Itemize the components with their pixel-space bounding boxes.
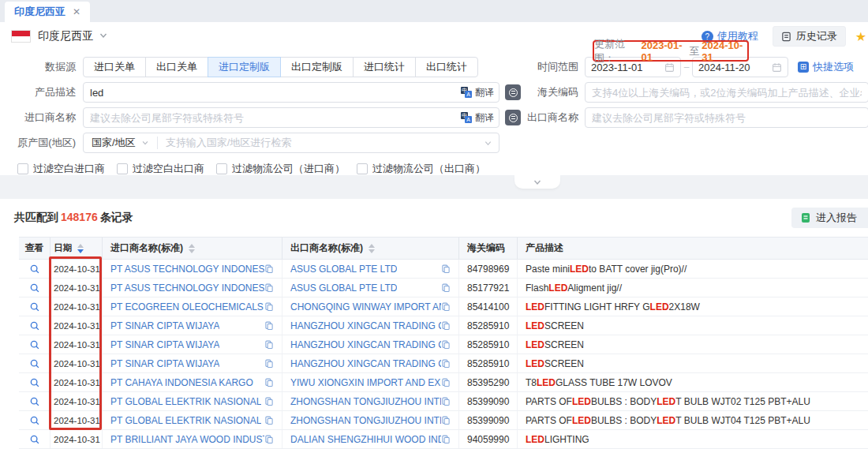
result-suffix: 条记录 xyxy=(100,211,133,223)
importer-cell: PT SINAR CIPTA WIJAYA xyxy=(103,354,282,372)
view-record-icon[interactable] xyxy=(29,301,40,312)
favorite-star-icon[interactable]: ★ xyxy=(855,29,866,44)
importer-input[interactable] xyxy=(83,107,499,128)
quick-options-link[interactable]: ⊞ 快捷选项 xyxy=(798,60,854,74)
translate-button[interactable]: 中A 翻译 xyxy=(461,82,494,103)
origin-select[interactable]: 国家/地区 xyxy=(84,136,157,150)
chevron-down-icon[interactable] xyxy=(99,29,108,43)
copy-icon[interactable] xyxy=(441,302,451,312)
column-header[interactable]: 日期 xyxy=(51,238,103,259)
view-record-icon[interactable] xyxy=(29,282,40,294)
view-record-icon[interactable] xyxy=(29,396,40,407)
importer-cell: PT BRILLIANT JAYA WOOD INDUSTRY xyxy=(103,430,282,448)
view-record-icon[interactable] xyxy=(29,415,40,426)
exporter-link[interactable]: ZHONGSHAN TONGJIUZHOU INTERNA... xyxy=(290,396,441,407)
close-icon[interactable]: ✕ xyxy=(73,6,80,17)
filter-checkbox[interactable]: 过滤物流公司（进口商） xyxy=(216,162,345,176)
importer-link[interactable]: PT SINAR CIPTA WIJAYA xyxy=(110,339,219,350)
copy-icon[interactable] xyxy=(441,397,451,406)
table-row: 2024-10-31PT CAHAYA INDONESIA KARGOYIWU … xyxy=(19,373,868,392)
copy-icon[interactable] xyxy=(264,416,274,425)
history-button[interactable]: 历史记录 xyxy=(773,26,846,47)
filter-checkbox[interactable]: 过滤空白进口商 xyxy=(17,162,105,176)
description-cell: LED SCREEN xyxy=(518,316,868,335)
copy-icon[interactable] xyxy=(264,340,274,350)
copy-icon[interactable] xyxy=(441,283,451,293)
copy-icon[interactable] xyxy=(441,340,451,350)
copy-icon[interactable] xyxy=(264,378,274,387)
copy-icon[interactable] xyxy=(441,264,451,274)
copy-icon[interactable] xyxy=(441,435,451,444)
column-header[interactable]: 出口商名称(标准) xyxy=(282,238,459,259)
importer-link[interactable]: PT BRILLIANT JAYA WOOD INDUSTRY xyxy=(110,434,264,445)
importer-link[interactable]: PT ECOGREEN OLEOCHEMICALS xyxy=(110,301,264,312)
copy-icon[interactable] xyxy=(441,378,451,387)
sort-carets-icon[interactable] xyxy=(189,244,195,253)
filter-checkbox[interactable]: 过滤空白出口商 xyxy=(117,162,204,176)
copy-icon[interactable] xyxy=(441,416,451,425)
translate-button[interactable]: 中A 翻译 xyxy=(461,107,494,128)
origin-search-input[interactable]: 支持输入国家/地区进行检索 xyxy=(158,136,484,150)
product-desc-row: 产品描述 中A 翻译 海关编码 xyxy=(0,82,868,103)
exact-match-icon[interactable] xyxy=(505,84,521,100)
view-record-icon[interactable] xyxy=(29,358,40,369)
copy-icon[interactable] xyxy=(264,435,274,444)
view-cell xyxy=(19,260,51,278)
tab-indonesia[interactable]: 印度尼西亚 ✕ xyxy=(5,2,90,22)
exporter-link[interactable]: ASUS GLOBAL PTE LTD xyxy=(290,282,397,294)
collapse-panel-button[interactable] xyxy=(514,175,560,189)
importer-link[interactable]: PT GLOBAL ELEKTRIK NASIONAL xyxy=(110,396,261,407)
view-record-icon[interactable] xyxy=(29,339,40,350)
view-record-icon[interactable] xyxy=(29,377,40,388)
sort-carets-icon[interactable] xyxy=(369,244,375,253)
exporter-link[interactable]: DALIAN SHENGZHIHUI WOOD INDUST... xyxy=(290,434,441,445)
exporter-link[interactable]: YIWU XIONGXIN IMPORT AND EXPORT... xyxy=(290,377,441,388)
view-record-icon[interactable] xyxy=(29,264,40,275)
view-record-icon[interactable] xyxy=(29,320,40,331)
copy-icon[interactable] xyxy=(441,359,451,369)
report-icon xyxy=(800,212,811,223)
datasource-tab[interactable]: 进口关单 xyxy=(83,57,146,77)
app-window: 印度尼西亚 ✕ 印度尼西亚 ? 使用教程 历史记录 ★ 更新范围： 2023-0… xyxy=(0,0,868,449)
exact-match-icon[interactable] xyxy=(505,110,521,125)
exporter-link[interactable]: HANGZHOU XINGCAN TRADING CO LTD xyxy=(290,339,441,350)
column-header[interactable]: 进口商名称(标准) xyxy=(103,238,282,259)
importer-link[interactable]: PT CAHAYA INDONESIA KARGO xyxy=(110,377,253,388)
copy-icon[interactable] xyxy=(264,397,274,406)
exporter-link[interactable]: HANGZHOU XINGCAN TRADING CO LTD xyxy=(290,320,441,331)
datasource-tab[interactable]: 进口定制版 xyxy=(208,57,281,77)
importer-link[interactable]: PT SINAR CIPTA WIJAYA xyxy=(110,358,219,369)
sort-carets-icon[interactable] xyxy=(77,244,84,253)
hs-code-cell: 85285910 xyxy=(459,335,518,354)
datasource-tab[interactable]: 进口统计 xyxy=(353,57,416,77)
copy-icon[interactable] xyxy=(264,283,274,293)
update-range-from: 2023-01-01 xyxy=(641,39,687,63)
importer-link[interactable]: PT SINAR CIPTA WIJAYA xyxy=(110,320,219,331)
hs-code-input[interactable] xyxy=(585,82,868,103)
product-desc-input[interactable] xyxy=(83,82,499,103)
copy-icon[interactable] xyxy=(441,321,451,331)
exporter-link[interactable]: ZHONGSHAN TONGJIUZHOU INTERNA... xyxy=(290,415,441,426)
exporter-input[interactable] xyxy=(585,107,868,128)
copy-icon[interactable] xyxy=(264,264,274,274)
datasource-tab[interactable]: 出口关单 xyxy=(145,57,208,77)
datasource-tab[interactable]: 出口定制版 xyxy=(280,57,354,77)
chevron-down-icon xyxy=(141,139,149,147)
datasource-tab[interactable]: 出口统计 xyxy=(415,57,478,77)
copy-icon[interactable] xyxy=(264,321,274,331)
enter-report-button[interactable]: 进入报告 xyxy=(791,208,868,228)
exporter-link[interactable]: HANGZHOU XINGCAN TRADING CO LTD xyxy=(290,358,441,369)
filter-checkbox[interactable]: 过滤物流公司（出口商） xyxy=(357,162,485,176)
exporter-link[interactable]: CHONGQING WINWAY IMPORT AND E... xyxy=(290,301,441,312)
copy-icon[interactable] xyxy=(264,302,274,312)
copy-icon[interactable] xyxy=(264,359,274,369)
importer-link[interactable]: PT ASUS TECHNOLOGY INDONESIA BA... xyxy=(110,264,264,275)
importer-link[interactable]: PT GLOBAL ELEKTRIK NASIONAL xyxy=(110,415,261,426)
importer-link[interactable]: PT ASUS TECHNOLOGY INDONESIA BA... xyxy=(110,282,264,294)
exporter-link[interactable]: ASUS GLOBAL PTE LTD xyxy=(290,264,397,275)
table-row: 2024-10-31PT ASUS TECHNOLOGY INDONESIA B… xyxy=(19,279,868,297)
view-record-icon[interactable] xyxy=(29,434,40,445)
exporter-cell: ZHONGSHAN TONGJIUZHOU INTERNA... xyxy=(282,411,459,429)
exporter-cell: HANGZHOU XINGCAN TRADING CO LTD xyxy=(282,316,459,335)
exporter-cell: DALIAN SHENGZHIHUI WOOD INDUST... xyxy=(282,430,459,448)
